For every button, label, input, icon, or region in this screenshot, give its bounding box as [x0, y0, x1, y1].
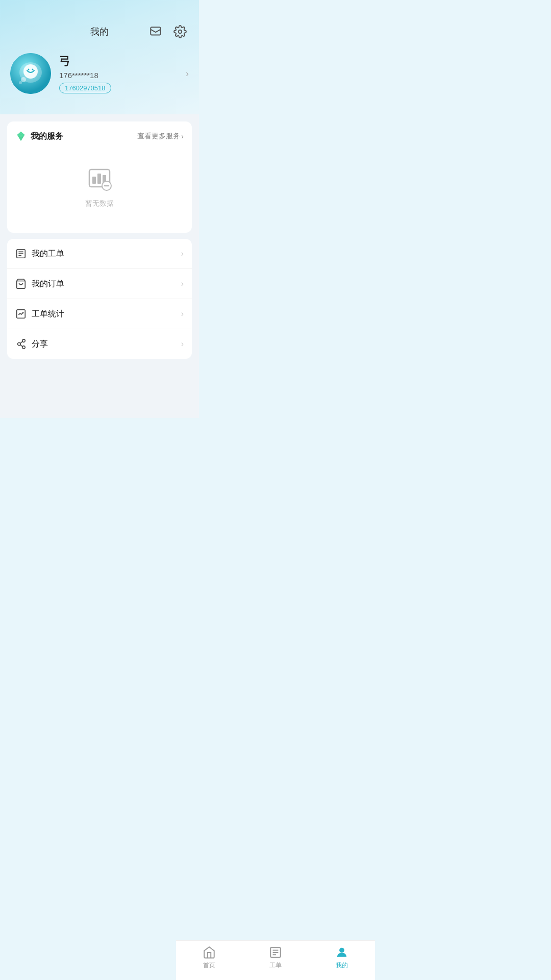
svg-rect-14	[97, 174, 101, 184]
menu-item-statistics[interactable]: 工单统计 ›	[7, 299, 192, 329]
menu-item-work-order[interactable]: 我的工单 ›	[7, 239, 192, 269]
profile-phone-masked: 176******18	[59, 71, 178, 80]
diamond-icon	[15, 131, 27, 142]
profile-section[interactable]: 弓 176******18 17602970518 ›	[10, 53, 189, 104]
svg-rect-13	[92, 177, 96, 184]
share-icon	[15, 338, 27, 350]
service-title-group: 我的服务	[15, 131, 63, 142]
avatar-image	[10, 53, 51, 94]
order-arrow: ›	[181, 279, 184, 288]
menu-item-share[interactable]: 分享 ›	[7, 329, 192, 359]
profile-info: 弓 176******18 17602970518	[59, 54, 178, 93]
empty-text: 暂无数据	[85, 199, 114, 208]
profile-phone-badge[interactable]: 17602970518	[59, 83, 111, 93]
menu-label-work-order: 我的工单	[32, 249, 64, 259]
profile-arrow: ›	[186, 68, 189, 79]
header: 我的	[0, 0, 199, 114]
main-content: 我的服务 查看更多服务 › 暂无数据	[0, 114, 199, 418]
service-card: 我的服务 查看更多服务 › 暂无数据	[7, 121, 192, 233]
svg-point-5	[28, 69, 30, 70]
avatar	[10, 53, 51, 94]
statistics-icon	[15, 308, 27, 320]
svg-line-27	[20, 341, 23, 344]
message-button[interactable]	[147, 23, 164, 40]
work-order-icon	[15, 248, 27, 259]
header-top: 我的	[10, 26, 189, 38]
statistics-arrow: ›	[181, 309, 184, 318]
service-empty: 暂无数据	[15, 150, 184, 224]
svg-line-28	[20, 345, 23, 347]
svg-point-7	[21, 77, 26, 82]
share-arrow: ›	[181, 339, 184, 349]
service-header: 我的服务 查看更多服务 ›	[15, 131, 184, 142]
svg-point-8	[19, 81, 22, 84]
menu-label-statistics: 工单统计	[32, 309, 64, 320]
service-more-button[interactable]: 查看更多服务 ›	[137, 132, 184, 141]
header-icons	[147, 23, 189, 40]
settings-button[interactable]	[171, 23, 189, 40]
svg-point-6	[32, 69, 34, 70]
profile-name: 弓	[59, 54, 178, 69]
service-title: 我的服务	[31, 131, 63, 142]
service-more-label: 查看更多服务	[137, 132, 180, 141]
empty-data-icon	[85, 165, 114, 194]
message-icon	[149, 25, 162, 38]
menu-label-order: 我的订单	[32, 279, 64, 289]
svg-rect-0	[151, 27, 161, 35]
svg-point-1	[179, 30, 182, 34]
menu-label-share: 分享	[32, 339, 48, 350]
order-icon	[15, 278, 27, 289]
menu-card: 我的工单 › 我的订单 ›	[7, 239, 192, 359]
menu-item-order[interactable]: 我的订单 ›	[7, 269, 192, 299]
work-order-arrow: ›	[181, 249, 184, 258]
bottom-spacer	[7, 365, 192, 411]
page-title: 我的	[90, 26, 109, 38]
svg-point-4	[23, 64, 38, 79]
settings-icon	[173, 25, 187, 38]
